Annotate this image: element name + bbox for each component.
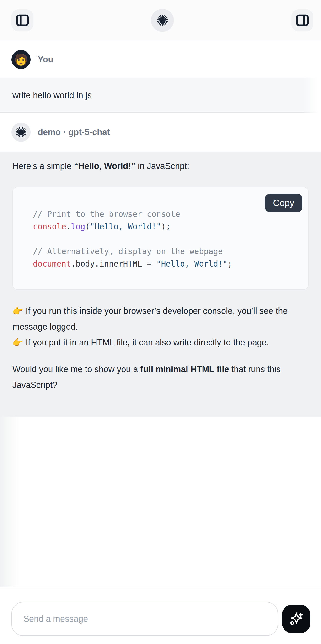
user-message-text: write hello world in js — [12, 90, 92, 100]
code-object: console — [33, 222, 66, 231]
tip-line: 👉 If you run this inside your browser’s … — [12, 303, 309, 335]
code-punct: ; — [228, 259, 232, 268]
user-name-label: You — [38, 54, 53, 64]
code-punct: ); — [161, 222, 171, 231]
sparkle-icon — [288, 611, 304, 627]
code-comment: // Print to the browser console — [33, 210, 180, 219]
code-punct: ( — [85, 222, 90, 231]
send-button[interactable] — [282, 604, 311, 633]
starburst-logo-icon — [157, 15, 168, 26]
code-comment: // Alternatively, display on the webpage — [33, 247, 223, 256]
code-string: "Hello, World!" — [156, 259, 228, 268]
assistant-message-header: demo · gpt-5-chat — [0, 113, 321, 152]
user-message: write hello world in js — [0, 78, 321, 113]
assistant-tips-paragraph: 👉 If you run this inside your browser’s … — [12, 303, 309, 350]
intro-text: Here’s a simple — [12, 161, 74, 171]
composer-bar — [0, 587, 321, 644]
intro-text-post: in JavaScript: — [135, 161, 189, 171]
chat-scroll-spacer — [0, 417, 321, 587]
code-operator: = — [142, 259, 156, 268]
panel-left-icon — [16, 14, 29, 27]
question-text: Would you like me to show you a — [12, 364, 140, 374]
code-method: log — [71, 222, 85, 231]
panel-right-icon — [296, 14, 309, 27]
user-message-header: 🧑 You — [0, 41, 321, 78]
code-string: "Hello, World!" — [90, 222, 161, 231]
starburst-avatar-icon — [16, 127, 26, 138]
user-avatar: 🧑 — [11, 50, 30, 69]
code-object: document — [33, 259, 71, 268]
sidebar-toggle-button[interactable] — [11, 9, 33, 31]
message-input[interactable] — [11, 602, 278, 636]
tip-line: 👉 If you put it in an HTML file, it can … — [12, 335, 309, 350]
assistant-intro-paragraph: Here’s a simple “Hello, World!” in JavaS… — [12, 158, 309, 174]
intro-bold-text: “Hello, World!” — [74, 161, 135, 171]
code-block: Copy // Print to the browser console con… — [12, 187, 309, 290]
edge-fade — [303, 78, 321, 113]
assistant-avatar — [11, 123, 30, 142]
code-props: .body.innerHTML — [71, 259, 142, 268]
code-content: // Print to the browser console console.… — [33, 208, 299, 270]
code-punct: . — [66, 222, 71, 231]
user-avatar-emoji: 🧑 — [14, 54, 28, 65]
right-panel-toggle-button[interactable] — [291, 9, 313, 31]
assistant-question-paragraph: Would you like me to show you a full min… — [12, 362, 309, 393]
assistant-message: Here’s a simple “Hello, World!” in JavaS… — [0, 152, 321, 417]
assistant-name-label: demo · gpt-5-chat — [38, 127, 110, 137]
edge-fade — [0, 417, 19, 587]
brand-logo-button[interactable] — [151, 9, 174, 32]
chat-app-screen: 🧑 You write hello world in js — [0, 0, 321, 644]
question-bold-text: full minimal HTML file — [140, 364, 229, 374]
top-bar — [0, 0, 321, 41]
copy-code-button[interactable]: Copy — [265, 194, 302, 212]
